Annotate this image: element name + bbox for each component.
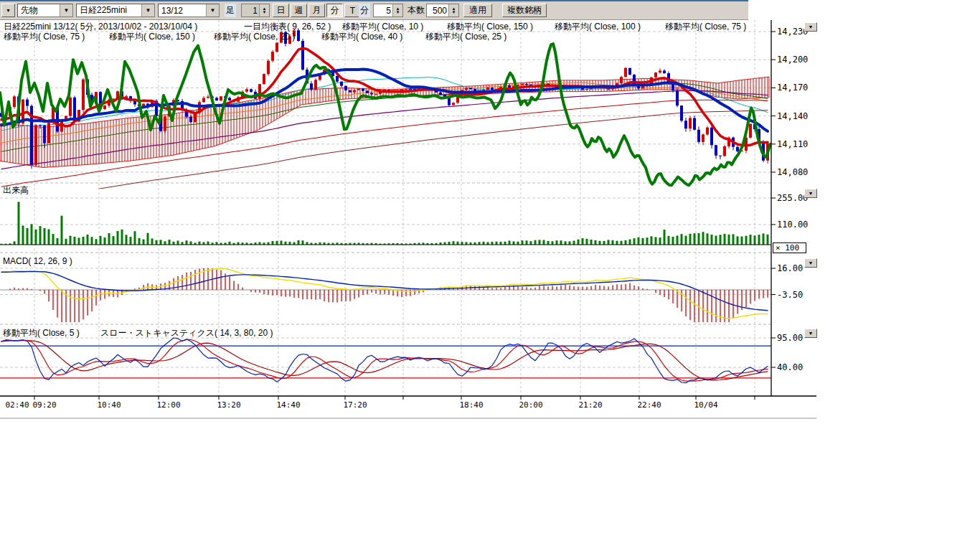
x-axis-tick-label: 02:40	[5, 400, 29, 410]
y-axis-tick-label: 14,170	[777, 83, 808, 93]
indicator-header-item: 移動平均( Close, 25 )	[425, 31, 507, 43]
y-axis-tick-label: 40.00	[777, 362, 803, 372]
indicator-header-item: 移動平均( Close, 100 )	[555, 21, 641, 33]
volume-panel-menu-button[interactable]: ▼	[804, 189, 817, 198]
macd-panel	[1, 268, 768, 329]
indicator-header-item: 移動平均( Close, 20 )	[214, 31, 295, 43]
macd-panel-label: MACD( 12, 26, 9 )	[3, 256, 72, 266]
chevron-down-icon: ▼	[809, 260, 814, 265]
stochastics-panel-menu-button[interactable]: ▼	[804, 329, 817, 338]
x-axis-tick-label: 20:00	[519, 400, 542, 410]
stoch-ma-label: 移動平均( Close, 5 )	[3, 327, 80, 339]
x-axis-tick-label: 10:40	[97, 400, 121, 410]
x-axis-tick-label: 18:40	[459, 400, 483, 410]
x-axis-tick-label: 14:40	[276, 400, 300, 410]
chart-canvas	[0, 0, 980, 551]
x-axis-tick-label: 12:00	[156, 400, 180, 410]
x-axis-tick-label: 21:20	[578, 400, 602, 410]
macd-panel-menu-button[interactable]: ▼	[804, 258, 817, 268]
price-panel-menu-button[interactable]: ▼	[804, 22, 817, 32]
x-axis-tick-label: 10/04	[694, 400, 717, 410]
x-axis-tick-label: 22:40	[637, 400, 661, 410]
chevron-down-icon: ▼	[809, 331, 814, 336]
x-axis-tick-label: 09:20	[32, 400, 56, 410]
y-axis-tick-label: 14,230	[777, 27, 808, 37]
x-axis-tick-label: 17:20	[343, 400, 367, 410]
overlay-series-green	[0, 44, 771, 185]
volume-panel-label: 出来高	[3, 184, 29, 197]
x-axis-tick-label: 13:20	[217, 400, 240, 410]
stochastics-panel-label: スロー・ストキャスティクス( 14, 3, 80, 20 )	[100, 327, 273, 339]
indicator-header-item: 移動平均( Close, 75 )	[4, 31, 85, 43]
volume-panel	[1, 202, 769, 245]
price-panel	[0, 29, 771, 204]
y-axis-tick-label: -3.50	[777, 290, 803, 300]
stochastics-panel	[1, 338, 768, 383]
indicator-header-item: 移動平均( Close, 75 )	[665, 21, 746, 33]
chevron-down-icon: ▼	[809, 24, 814, 29]
y-axis-tick-label: 14,140	[777, 111, 808, 121]
y-axis-tick-label: 14,110	[777, 139, 808, 149]
chart-application-window: ▼ 先物 ▼ 日経225mini ▼ 13/12 ▼ 足 1 ▲▼ 日週月分T …	[0, 0, 980, 551]
indicator-header-item: 移動平均( Close, 40 )	[321, 31, 402, 43]
chevron-down-icon: ▼	[809, 191, 814, 196]
y-axis-tick-label: 110.00	[777, 220, 808, 230]
y-axis-tick-label: 14,080	[777, 167, 808, 177]
volume-multiplier-badge: × 100	[773, 242, 806, 253]
indicator-header-item: 移動平均( Close, 150 )	[109, 31, 195, 43]
y-axis-tick-label: 14,200	[777, 55, 808, 65]
y-axis-tick-label: 255.00	[777, 193, 808, 203]
y-axis-tick-label: 95.00	[777, 333, 803, 343]
y-axis-tick-label: 16.00	[777, 263, 803, 273]
